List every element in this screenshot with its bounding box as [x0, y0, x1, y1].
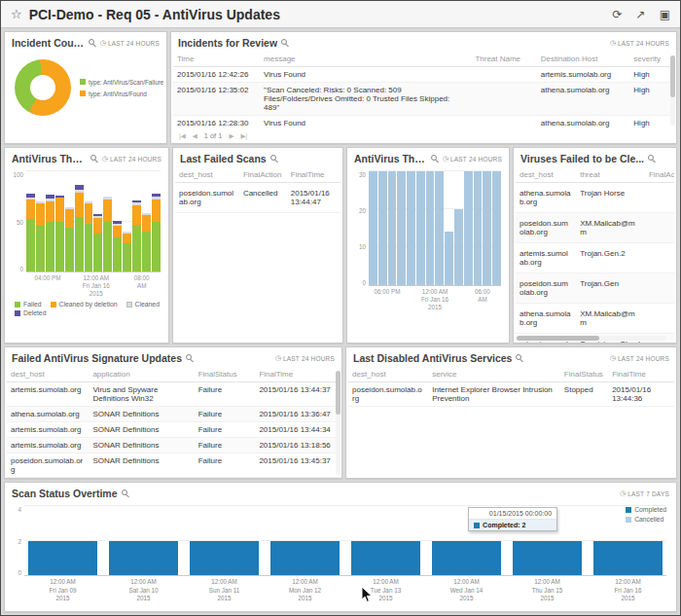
bar[interactable]	[113, 171, 122, 272]
table-row[interactable]: 2015/01/16 12:35:02"Scan Canceled: Risks…	[173, 83, 674, 116]
table-row[interactable]: athena.sumolab.orgXM.Mailcab@mm	[516, 304, 674, 334]
table-row[interactable]: poseidon.sumolab.orgTrojan.Gen	[516, 273, 674, 304]
table-cell: Trojan.Gen	[576, 273, 645, 304]
scrollbar-thumb[interactable]	[336, 371, 340, 415]
search-icon[interactable]	[89, 39, 94, 45]
bar[interactable]	[407, 171, 415, 285]
bar[interactable]	[369, 171, 377, 285]
column-header[interactable]: dest_host	[175, 167, 239, 183]
panel-title[interactable]: Scan Status Overtime	[12, 488, 118, 499]
search-icon[interactable]	[90, 155, 96, 161]
bar[interactable]	[85, 171, 93, 272]
column-header[interactable]: service	[428, 367, 560, 382]
bar[interactable]	[93, 171, 102, 272]
bar[interactable]	[397, 171, 406, 285]
panel-title[interactable]: AntiVirus Threats Faile...	[354, 153, 427, 164]
refresh-icon[interactable]: ⟳	[613, 8, 623, 21]
search-icon[interactable]	[186, 354, 192, 360]
column-header[interactable]: dest_host	[348, 367, 428, 382]
bar[interactable]	[75, 171, 84, 272]
panel-title[interactable]: AntiVirus Threat Status	[12, 153, 87, 164]
bar[interactable]	[26, 171, 35, 272]
donut[interactable]	[15, 59, 71, 116]
column-header[interactable]: FinalTime	[255, 367, 340, 382]
more-options-icon[interactable]: ▣	[660, 8, 670, 21]
scrollbar-thumb[interactable]	[517, 336, 599, 341]
bar[interactable]	[388, 171, 397, 285]
panel-title[interactable]: Incidents for Review	[178, 37, 277, 49]
table-row[interactable]: artemis.sumolab.orgVirus and Spyware Def…	[7, 382, 340, 407]
bar[interactable]	[435, 171, 444, 285]
bar[interactable]	[445, 171, 453, 285]
bar[interactable]	[132, 171, 141, 272]
bar[interactable]	[378, 171, 387, 285]
bar[interactable]	[474, 171, 483, 285]
column-header[interactable]: FinalAction	[239, 167, 287, 183]
bar[interactable]	[28, 506, 97, 575]
bar[interactable]	[270, 506, 340, 575]
bar[interactable]	[142, 171, 151, 272]
table-row[interactable]: artemis.sumolab.orgSONAR DefinitionsFail…	[7, 438, 340, 453]
bar[interactable]	[46, 171, 54, 272]
panel-title[interactable]: Incident Count by Clas...	[12, 37, 85, 49]
bar[interactable]	[190, 506, 259, 575]
panel-title[interactable]: Failed AntiVirus Signature Updates	[12, 352, 182, 364]
column-header[interactable]: FinalAct	[645, 167, 674, 183]
bar[interactable]	[351, 506, 420, 575]
search-icon[interactable]	[431, 155, 437, 161]
column-header[interactable]: Time	[173, 52, 260, 67]
column-header[interactable]: threat	[576, 167, 645, 183]
bar[interactable]	[454, 171, 463, 285]
bar[interactable]	[492, 171, 501, 285]
scrollbar-thumb[interactable]	[670, 55, 675, 97]
bar[interactable]	[36, 171, 45, 272]
search-icon[interactable]	[122, 489, 127, 495]
table-row[interactable]: poseidon.sumolab.orgSONAR DefinitionsFai…	[7, 453, 340, 478]
bar[interactable]	[103, 171, 112, 272]
bar[interactable]	[123, 171, 131, 272]
column-header[interactable]: dest_host	[516, 167, 576, 183]
column-header[interactable]: application	[89, 367, 194, 382]
column-header[interactable]: severity	[629, 52, 674, 67]
table-row[interactable]: poseidon.sumolab.orgInternet Explorer Br…	[348, 382, 674, 407]
search-icon[interactable]	[648, 155, 654, 161]
column-header[interactable]: Destination Host	[537, 52, 630, 67]
favorite-star-icon[interactable]: ☆	[11, 7, 22, 21]
first-page-button[interactable]: |◀	[179, 132, 186, 140]
table-row[interactable]: athena.sumolab.orgRevocation DataFailure…	[7, 478, 340, 479]
table-row[interactable]: athena.sumolab.orgTrojan Horse	[516, 183, 674, 213]
bar[interactable]	[426, 171, 435, 285]
search-icon[interactable]	[516, 354, 521, 360]
prev-page-button[interactable]: ◀	[193, 132, 197, 140]
bar[interactable]	[109, 506, 178, 575]
panel-title[interactable]: Last Disabled AntiVirus Services	[353, 352, 512, 364]
column-header[interactable]: FinalStatus	[560, 367, 608, 382]
search-icon[interactable]	[281, 39, 287, 45]
panel-title[interactable]: Last Failed Scans	[180, 153, 267, 164]
column-header[interactable]: message	[260, 52, 471, 67]
column-header[interactable]: FinalStatus	[195, 367, 256, 382]
table-row[interactable]: poseidon.sumolab.orgXM.Mailcab@mm	[516, 213, 674, 243]
bar[interactable]	[416, 171, 425, 285]
bar[interactable]	[593, 506, 663, 575]
column-header[interactable]: FinalTime	[608, 367, 674, 382]
bar[interactable]	[464, 171, 473, 285]
column-header[interactable]: dest_host	[7, 367, 89, 382]
bar[interactable]	[483, 171, 491, 285]
table-row[interactable]: 2015/01/16 12:28:30Virus Foundathena.sum…	[173, 116, 674, 130]
search-icon[interactable]	[270, 155, 276, 161]
bar[interactable]	[152, 171, 161, 272]
next-page-button[interactable]: ▶	[229, 132, 233, 140]
column-header[interactable]: Threat Name	[471, 52, 536, 67]
table-row[interactable]: 2015/01/16 12:42:26Virus Foundartemis.su…	[173, 67, 674, 83]
bar[interactable]	[65, 171, 74, 272]
column-header[interactable]: FinalTime	[287, 167, 340, 183]
bar[interactable]	[55, 171, 64, 272]
table-row[interactable]: artemis.sumolab.orgSONAR DefinitionsFail…	[7, 422, 340, 438]
expand-icon[interactable]: ↗	[636, 8, 646, 21]
table-row[interactable]: artemis.sumolab.orgTrojan.Gen.2	[516, 243, 674, 273]
panel-title[interactable]: Viruses Failed to be Cle...	[520, 153, 644, 164]
table-row[interactable]: athena.sumolab.orgSONAR DefinitionsFailu…	[7, 407, 340, 422]
table-row[interactable]: poseidon.sumolab.orgCancelled2015/01/16 …	[175, 183, 340, 213]
last-page-button[interactable]: ▶|	[240, 132, 247, 140]
